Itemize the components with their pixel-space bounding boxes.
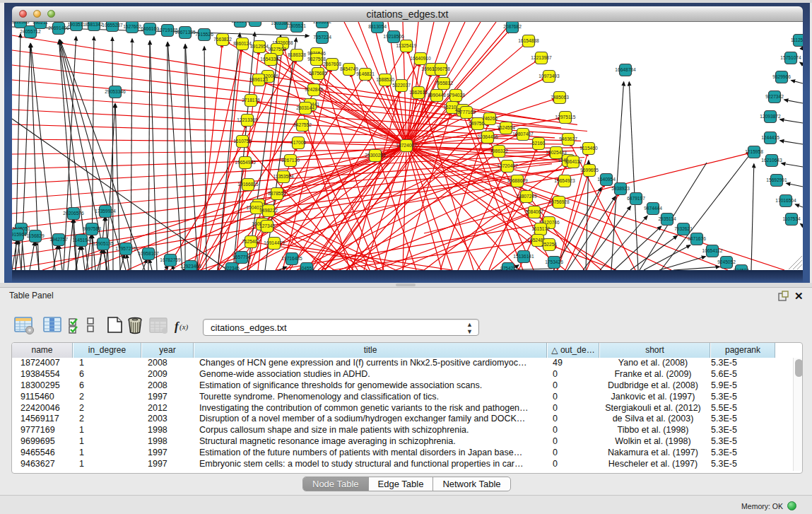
- svg-text:18724007: 18724007: [396, 143, 417, 148]
- svg-text:19218506: 19218506: [383, 34, 404, 39]
- svg-text:19654923: 19654923: [554, 178, 575, 183]
- svg-text:2935114: 2935114: [658, 216, 676, 221]
- svg-text:62160: 62160: [532, 141, 546, 146]
- svg-text:10655287: 10655287: [102, 23, 123, 28]
- svg-text:6466160: 6466160: [141, 26, 159, 31]
- svg-text:417006: 417006: [290, 140, 306, 145]
- svg-text:9364112: 9364112: [564, 159, 582, 164]
- svg-text:10688609: 10688609: [507, 178, 528, 183]
- svg-text:10654112: 10654112: [702, 248, 723, 253]
- svg-text:15720407: 15720407: [497, 163, 518, 168]
- svg-text:9146821: 9146821: [356, 71, 375, 76]
- svg-text:20691406: 20691406: [48, 25, 69, 30]
- svg-text:16154838: 16154838: [518, 38, 539, 43]
- svg-text:9699695: 9699695: [580, 168, 599, 173]
- svg-text:7663822: 7663822: [213, 37, 232, 42]
- svg-text:12093872: 12093872: [760, 114, 781, 119]
- svg-text:20364436: 20364436: [477, 134, 498, 139]
- svg-text:1145194: 1145194: [72, 238, 90, 243]
- svg-text:16914479: 16914479: [264, 240, 285, 245]
- svg-text:12213987: 12213987: [531, 55, 552, 60]
- svg-text:2105512: 2105512: [313, 22, 331, 24]
- svg-text:6479197: 6479197: [627, 196, 645, 201]
- svg-text:16782759: 16782759: [160, 257, 181, 262]
- svg-text:1156829: 1156829: [26, 233, 45, 238]
- svg-text:5938923: 5938923: [611, 186, 630, 191]
- svg-text:1805521: 1805521: [288, 23, 306, 28]
- svg-text:8267130: 8267130: [281, 158, 300, 163]
- svg-text:7625402: 7625402: [242, 239, 260, 244]
- svg-text:910783: 910783: [247, 22, 263, 23]
- svg-text:9227342: 9227342: [765, 94, 784, 99]
- svg-text:19654925: 19654925: [235, 160, 256, 165]
- svg-text:3915961: 3915961: [12, 232, 27, 237]
- svg-text:1096758: 1096758: [432, 66, 450, 71]
- svg-text:7932621: 7932621: [674, 226, 693, 231]
- svg-text:1903511: 1903511: [67, 22, 86, 27]
- svg-text:11353594: 11353594: [273, 174, 294, 179]
- svg-text:10756928: 10756928: [548, 199, 570, 204]
- svg-text:8990448: 8990448: [428, 93, 446, 98]
- svg-text:9084067: 9084067: [525, 209, 543, 214]
- svg-text:17359924: 17359924: [95, 209, 116, 214]
- svg-text:16648784: 16648784: [615, 67, 636, 72]
- svg-text:1244415: 1244415: [761, 135, 779, 140]
- svg-text:8471676: 8471676: [688, 236, 706, 241]
- svg-text:9777169: 9777169: [457, 110, 476, 115]
- svg-text:12905135: 12905135: [93, 241, 114, 246]
- svg-text:8454749: 8454749: [340, 66, 358, 71]
- svg-text:2087682: 2087682: [503, 24, 522, 29]
- svg-text:12975115: 12975115: [555, 115, 576, 119]
- svg-text:12923468: 12923468: [180, 264, 201, 269]
- svg-text:15136141: 15136141: [513, 254, 534, 259]
- svg-text:9463627: 9463627: [559, 136, 577, 141]
- svg-text:1615172: 1615172: [531, 226, 550, 231]
- svg-text:990211: 990211: [33, 22, 48, 25]
- svg-text:10807487: 10807487: [512, 132, 534, 136]
- svg-text:7485063: 7485063: [551, 95, 569, 100]
- svg-text:1107534: 1107534: [782, 216, 801, 221]
- svg-text:127345: 127345: [259, 223, 275, 228]
- svg-text:7955812: 7955812: [435, 81, 453, 86]
- svg-text:7986322: 7986322: [490, 148, 508, 153]
- svg-text:19166825: 19166825: [237, 182, 259, 187]
- svg-text:8581342: 8581342: [85, 22, 103, 27]
- svg-text:9896123: 9896123: [249, 77, 268, 82]
- svg-text:10958107: 10958107: [138, 251, 159, 256]
- svg-text:16210643: 16210643: [761, 158, 782, 163]
- svg-text:(x): (x): [180, 322, 189, 332]
- svg-text:1112383: 1112383: [12, 22, 30, 24]
- svg-text:252254: 252254: [541, 242, 557, 247]
- svg-text:29053346: 29053346: [105, 89, 126, 94]
- svg-text:9827503: 9827503: [268, 47, 286, 52]
- svg-text:15751074: 15751074: [780, 55, 801, 60]
- svg-text:9245052: 9245052: [717, 259, 736, 264]
- svg-text:8186328: 8186328: [288, 52, 306, 57]
- svg-text:2803144: 2803144: [296, 105, 314, 110]
- svg-text:3624554: 3624554: [497, 125, 515, 130]
- svg-text:11325419: 11325419: [396, 43, 417, 48]
- svg-text:19716485: 19716485: [281, 256, 302, 261]
- svg-text:1610755: 1610755: [233, 139, 252, 144]
- svg-text:8878552: 8878552: [268, 191, 286, 196]
- svg-text:24055712: 24055712: [20, 29, 41, 34]
- svg-text:10671385: 10671385: [175, 30, 196, 35]
- svg-text:1942757: 1942757: [49, 237, 68, 242]
- svg-text:1753426: 1753426: [545, 259, 563, 264]
- svg-text:16543382: 16543382: [260, 57, 281, 62]
- svg-text:17957275: 17957275: [115, 246, 136, 251]
- svg-text:746266: 746266: [482, 116, 498, 121]
- svg-text:7357224: 7357224: [313, 35, 331, 40]
- svg-text:2718176: 2718176: [242, 98, 260, 103]
- svg-text:9474444: 9474444: [644, 206, 662, 211]
- svg-text:9997588: 9997588: [83, 226, 101, 231]
- svg-text:10973493: 10973493: [539, 74, 560, 78]
- svg-text:1588520: 1588520: [376, 77, 394, 82]
- svg-text:9498222: 9498222: [259, 208, 278, 213]
- svg-text:18807249: 18807249: [516, 194, 537, 199]
- svg-text:1215958: 1215958: [745, 149, 763, 154]
- svg-text:15692991: 15692991: [766, 177, 787, 182]
- svg-text:16640910: 16640910: [410, 56, 431, 61]
- svg-text:12213369: 12213369: [237, 117, 258, 122]
- svg-text:8427552: 8427552: [293, 122, 312, 127]
